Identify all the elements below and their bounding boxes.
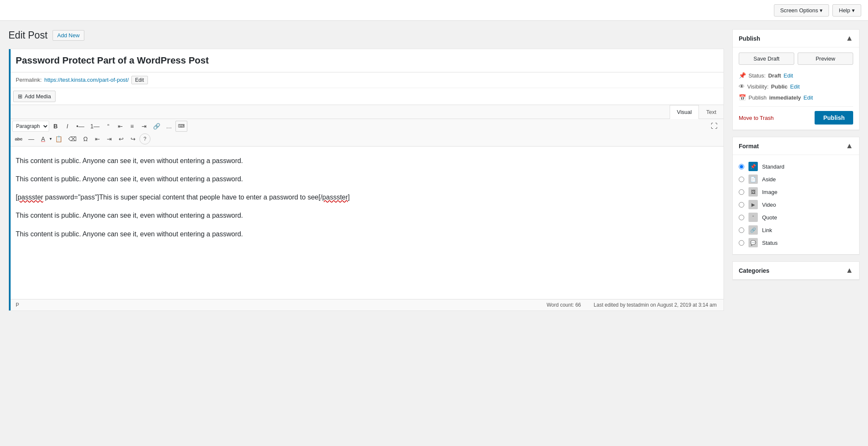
- editor-content[interactable]: This content is public. Anyone can see i…: [9, 147, 723, 299]
- format-radio-status[interactable]: [739, 240, 744, 246]
- format-option-image[interactable]: 🖼 Image: [739, 186, 853, 198]
- quote-icon: “: [748, 213, 758, 222]
- toolbar-left: Paragraph Heading 1 Heading 2 Heading 3 …: [12, 121, 187, 132]
- publish-time-value: immediately: [769, 94, 801, 101]
- redo-button[interactable]: ↪: [128, 133, 139, 144]
- post-title-input[interactable]: [9, 49, 723, 72]
- format-panel: Format ▲ 📌 Standard 📄 Aside 🖼 Image: [732, 137, 860, 255]
- publish-panel-header[interactable]: Publish ▲: [733, 30, 859, 47]
- content-paragraph-4: This content is public. Anyone can see i…: [16, 228, 717, 240]
- format-radio-link[interactable]: [739, 227, 744, 233]
- add-media-label: Add Media: [25, 93, 51, 100]
- clear-formatting-button[interactable]: ⌫: [66, 133, 79, 144]
- align-center-button[interactable]: ≡: [127, 121, 138, 132]
- tab-visual[interactable]: Visual: [670, 105, 699, 119]
- format-panel-header[interactable]: Format ▲: [733, 137, 859, 155]
- format-radio-aside[interactable]: [739, 177, 744, 182]
- image-icon: 🖼: [748, 187, 758, 197]
- screen-options-button[interactable]: Screen Options ▾: [774, 4, 829, 17]
- horizontal-rule-button[interactable]: —: [26, 133, 37, 144]
- aside-icon: 📄: [748, 175, 758, 184]
- calendar-icon: 📅: [739, 94, 746, 101]
- editor-tabs-toolbar: Visual Text Paragraph Heading 1 Heading …: [9, 105, 723, 147]
- toolbar-row-1: Paragraph Heading 1 Heading 2 Heading 3 …: [12, 121, 720, 132]
- categories-panel-title: Categories: [739, 267, 769, 274]
- format-label-quote: Quote: [762, 214, 777, 221]
- bold-button[interactable]: B: [50, 121, 61, 132]
- format-panel-title: Format: [739, 143, 759, 150]
- move-to-trash-link[interactable]: Move to Trash: [739, 115, 773, 121]
- format-radio-standard[interactable]: [739, 164, 744, 169]
- standard-icon: 📌: [748, 162, 758, 171]
- add-media-button[interactable]: ⊞ Add Media: [13, 91, 56, 102]
- align-right-button[interactable]: ⇥: [139, 121, 150, 132]
- format-option-aside[interactable]: 📄 Aside: [739, 173, 853, 186]
- page-title: Edit Post: [8, 29, 47, 42]
- text-color-button[interactable]: A: [38, 133, 49, 144]
- publish-panel-body: Save Draft Preview 📌 Status: Draft Edit …: [733, 47, 859, 130]
- permalink-link[interactable]: https://test.kinsta.com/part-of-post/: [44, 77, 128, 83]
- preview-button[interactable]: Preview: [798, 53, 853, 65]
- format-option-quote[interactable]: “ Quote: [739, 211, 853, 224]
- status-format-icon: 💬: [748, 238, 758, 247]
- status-label: Status:: [748, 72, 765, 79]
- format-radio-video[interactable]: [739, 202, 744, 208]
- categories-panel: Categories ▲: [732, 261, 860, 280]
- undo-button[interactable]: ↩: [116, 133, 127, 144]
- format-option-status[interactable]: 💬 Status: [739, 236, 853, 249]
- help-button[interactable]: Help ▾: [832, 4, 861, 17]
- chevron-down-icon: ▾: [820, 7, 823, 14]
- publish-button[interactable]: Publish: [815, 111, 853, 125]
- visibility-edit-link[interactable]: Edit: [790, 83, 799, 90]
- help-toolbar-button[interactable]: ?: [139, 133, 150, 144]
- tinymce-toolbar: Paragraph Heading 1 Heading 2 Heading 3 …: [9, 119, 723, 147]
- permalink-label: Permalink:: [16, 77, 42, 83]
- fullscreen-button[interactable]: ⛶: [708, 121, 720, 132]
- chevron-down-icon-help: ▾: [852, 7, 855, 14]
- paragraph-select[interactable]: Paragraph Heading 1 Heading 2 Heading 3: [12, 121, 49, 132]
- publish-footer: Move to Trash Publish: [739, 106, 853, 125]
- color-picker-dropdown[interactable]: ▾: [50, 136, 52, 141]
- outdent-button[interactable]: ⇤: [92, 133, 103, 144]
- link-format-icon: 🔗: [748, 225, 758, 235]
- tab-text[interactable]: Text: [699, 105, 723, 119]
- editor-tabs: Visual Text: [9, 105, 723, 119]
- footer-right: Word count: 66 Last edited by testadmin …: [547, 302, 717, 308]
- align-left-button[interactable]: ⇤: [115, 121, 126, 132]
- visibility-label: Visibility:: [747, 83, 768, 90]
- indent-button[interactable]: ⇥: [104, 133, 115, 144]
- link-button[interactable]: 🔗: [150, 121, 163, 132]
- publish-meta: 📌 Status: Draft Edit 👁 Visibility: Publi…: [739, 70, 853, 103]
- format-panel-body: 📌 Standard 📄 Aside 🖼 Image ▶ Video: [733, 155, 859, 254]
- blockquote-button[interactable]: “: [103, 121, 114, 132]
- italic-button[interactable]: I: [62, 121, 73, 132]
- ordered-list-button[interactable]: 1—: [88, 121, 102, 132]
- permalink-edit-button[interactable]: Edit: [131, 76, 148, 84]
- status-edit-link[interactable]: Edit: [784, 72, 793, 79]
- unordered-list-button[interactable]: •—: [74, 121, 87, 132]
- format-label-status: Status: [762, 240, 778, 246]
- publish-time-edit-link[interactable]: Edit: [804, 94, 813, 101]
- format-label-aside: Aside: [762, 176, 776, 183]
- special-chars-button[interactable]: Ω: [80, 133, 91, 144]
- sidebar: Publish ▲ Save Draft Preview 📌 Status: D…: [732, 29, 860, 311]
- format-label-video: Video: [762, 202, 776, 208]
- paste-text-button[interactable]: 📋: [53, 133, 65, 144]
- keyboard-shortcuts-button[interactable]: ⌨: [175, 121, 187, 132]
- categories-panel-header[interactable]: Categories ▲: [733, 262, 859, 280]
- publish-time-label: Publish: [748, 94, 767, 101]
- more-button[interactable]: …: [164, 121, 175, 132]
- format-option-standard[interactable]: 📌 Standard: [739, 160, 853, 173]
- format-option-video[interactable]: ▶ Video: [739, 198, 853, 211]
- publish-actions: Save Draft Preview: [739, 53, 853, 65]
- content-paragraph-2: This content is public. Anyone can see i…: [16, 173, 717, 185]
- format-radio-quote[interactable]: [739, 215, 744, 220]
- content-shortcode: [passster password="pass"]This is super …: [16, 191, 717, 203]
- save-draft-button[interactable]: Save Draft: [739, 53, 794, 65]
- format-option-link[interactable]: 🔗 Link: [739, 224, 853, 236]
- add-new-button[interactable]: Add New: [53, 30, 84, 41]
- format-chevron-icon: ▲: [846, 141, 853, 150]
- video-icon: ▶: [748, 200, 758, 209]
- strikethrough-button[interactable]: abc: [12, 133, 25, 144]
- format-radio-image[interactable]: [739, 189, 744, 195]
